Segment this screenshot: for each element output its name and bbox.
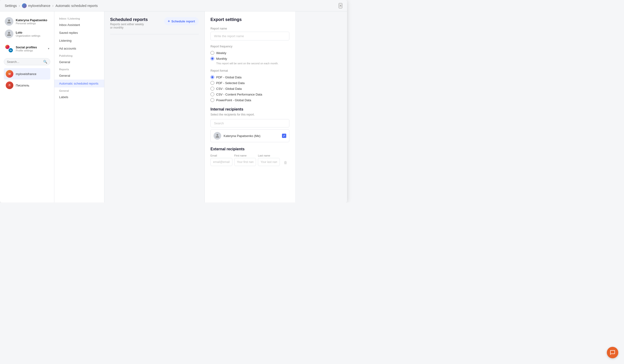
close-button[interactable]: × bbox=[339, 3, 342, 8]
user-item-lolo[interactable]: Lolo Organization settings bbox=[4, 28, 50, 40]
external-fields-row: Email First name Last name 🗑 bbox=[210, 154, 289, 167]
left-sidebar: Kateryna Papatsenko Personal settings Lo… bbox=[0, 11, 54, 202]
external-firstname-label: First name bbox=[234, 154, 256, 157]
external-recipients-title: External recipients bbox=[210, 147, 289, 151]
social-profiles-label: Social profiles bbox=[16, 46, 37, 49]
user-item-kateryna[interactable]: Kateryna Papatsenko Personal settings bbox=[4, 15, 50, 28]
social-profiles-info: in Social profiles Profile settings bbox=[5, 44, 37, 53]
report-name-input[interactable] bbox=[210, 32, 289, 41]
user-name-kateryna: Kateryna Papatsenko bbox=[16, 18, 49, 22]
plus-icon: + bbox=[168, 19, 170, 23]
radio-ppt-global[interactable]: PowerPoint - Global Data bbox=[210, 97, 289, 103]
settings-label: Settings bbox=[5, 4, 17, 8]
radio-ppt-global-input[interactable] bbox=[210, 98, 214, 102]
delete-external-button[interactable]: 🗑 bbox=[282, 158, 289, 167]
reports-title: Scheduled reports bbox=[110, 17, 148, 22]
external-lastname-group: Last name bbox=[258, 154, 280, 166]
nav-item-saved-replies[interactable]: Saved replies bbox=[54, 29, 104, 37]
radio-csv-content-label: CSV - Content Performance Data bbox=[216, 93, 262, 96]
page-title: Automatic scheduled reports bbox=[55, 4, 98, 8]
radio-monthly-label: Monthly bbox=[216, 57, 227, 61]
reports-panel: Scheduled reports Reports sent either we… bbox=[104, 11, 205, 202]
breadcrumb-profile: myloveisfrance bbox=[22, 3, 50, 8]
schedule-report-button[interactable]: + Schedule report bbox=[164, 17, 199, 25]
internal-recipients-subtitle: Select the recipients for this report. bbox=[210, 113, 289, 116]
recipients-search-input[interactable] bbox=[210, 119, 289, 127]
profile-icon bbox=[22, 3, 27, 8]
radio-monthly-input[interactable] bbox=[210, 57, 214, 61]
nav-section-general: General bbox=[54, 87, 104, 93]
avatar-lolo bbox=[5, 29, 13, 38]
profile-item-myloveisfrance[interactable]: M myloveisfrance bbox=[4, 68, 50, 80]
nav-item-auto-scheduled-reports[interactable]: Automatic scheduled reports bbox=[54, 80, 104, 87]
external-email-group: Email bbox=[210, 154, 233, 166]
radio-monthly[interactable]: Monthly bbox=[210, 56, 289, 61]
external-firstname-input[interactable] bbox=[234, 158, 256, 166]
search-icon: 🔍 bbox=[43, 60, 47, 64]
title-bar: Settings › myloveisfrance › Automatic sc… bbox=[0, 0, 347, 11]
external-firstname-group: First name bbox=[234, 154, 256, 166]
social-profiles-sub: Profile settings bbox=[16, 49, 37, 52]
monthly-note: This report will be sent on the second o… bbox=[216, 62, 289, 65]
internal-recipients-title: Internal recipients bbox=[210, 107, 289, 112]
profile-avatar-writer: П bbox=[6, 81, 13, 89]
recipient-checkbox-kateryna[interactable] bbox=[282, 134, 286, 138]
nav-item-labels[interactable]: Labels bbox=[54, 93, 104, 101]
radio-csv-content[interactable]: CSV - Content Performance Data bbox=[210, 92, 289, 97]
export-title: Export settings bbox=[210, 17, 289, 22]
user-info-lolo: Lolo Organization settings bbox=[16, 31, 49, 37]
schedule-btn-label: Schedule report bbox=[171, 20, 195, 23]
recipient-avatar-kateryna bbox=[213, 132, 221, 140]
external-email-input[interactable] bbox=[210, 158, 233, 166]
social-profiles-text: Social profiles Profile settings bbox=[16, 46, 37, 52]
main-layout: Kateryna Papatsenko Personal settings Lo… bbox=[0, 11, 347, 202]
report-format-group: Report format PDF - Global Data PDF - Se… bbox=[210, 69, 289, 103]
recipient-item-kateryna: Kateryna Papatsenko (Me) bbox=[210, 129, 289, 142]
user-role-lolo: Organization settings bbox=[16, 34, 49, 37]
radio-csv-global-input[interactable] bbox=[210, 87, 214, 91]
recipient-name-kateryna: Kateryna Papatsenko (Me) bbox=[224, 134, 280, 138]
nav-section-reports: Reports bbox=[54, 66, 104, 72]
nav-item-listening[interactable]: Listening bbox=[54, 37, 104, 45]
user-name-lolo: Lolo bbox=[16, 31, 49, 34]
profile-name-label: myloveisfrance bbox=[28, 4, 50, 8]
sidebar-search-input[interactable] bbox=[7, 60, 41, 64]
search-bar: 🔍 bbox=[4, 58, 50, 65]
external-recipients-section: External recipients Email First name Las… bbox=[210, 147, 289, 167]
report-name-group: Report name bbox=[210, 27, 289, 41]
report-name-label: Report name bbox=[210, 27, 289, 30]
social-profiles-header[interactable]: in Social profiles Profile settings ▾ bbox=[4, 43, 50, 54]
radio-weekly-label: Weekly bbox=[216, 51, 226, 55]
main-content: Scheduled reports Reports sent either we… bbox=[104, 11, 347, 202]
radio-pdf-selected[interactable]: PDF - Selected Data bbox=[210, 80, 289, 86]
profile-item-pisatel[interactable]: П Писатель bbox=[4, 80, 50, 91]
avatar-kateryna bbox=[5, 17, 13, 26]
radio-pdf-selected-input[interactable] bbox=[210, 81, 214, 85]
radio-pdf-global[interactable]: PDF - Global Data bbox=[210, 74, 289, 80]
user-info-kateryna: Kateryna Papatsenko Personal settings bbox=[16, 18, 49, 25]
radio-weekly-input[interactable] bbox=[210, 51, 214, 55]
report-frequency-label: Report frequency bbox=[210, 45, 289, 48]
profile-name-myloveisfrance: myloveisfrance bbox=[16, 72, 36, 76]
radio-pdf-global-input[interactable] bbox=[210, 75, 214, 79]
profile-avatar-instagram: M bbox=[6, 70, 13, 78]
radio-weekly[interactable]: Weekly bbox=[210, 50, 289, 56]
breadcrumb-page: Automatic scheduled reports bbox=[55, 4, 98, 8]
social-profiles-section: in Social profiles Profile settings ▾ bbox=[0, 42, 54, 56]
profile-name-pisatel: Писатель bbox=[16, 84, 29, 87]
radio-csv-global-label: CSV - Global Data bbox=[216, 87, 242, 91]
reports-header-text: Scheduled reports Reports sent either we… bbox=[110, 17, 148, 29]
report-frequency-group: Report frequency Weekly Monthly This rep… bbox=[210, 45, 289, 65]
radio-csv-global[interactable]: CSV - Global Data bbox=[210, 86, 289, 92]
nav-item-inbox-assistant[interactable]: Inbox Assistant bbox=[54, 21, 104, 29]
external-email-label: Email bbox=[210, 154, 233, 157]
search-bar-container: 🔍 bbox=[0, 56, 54, 67]
external-lastname-input[interactable] bbox=[258, 158, 280, 166]
breadcrumb-separator-1: › bbox=[19, 3, 20, 8]
nav-item-reports-general[interactable]: General bbox=[54, 72, 104, 80]
chevron-down-icon: ▾ bbox=[48, 47, 49, 50]
middle-sidebar: Inbox / Listening Inbox Assistant Saved … bbox=[54, 11, 104, 202]
radio-csv-content-input[interactable] bbox=[210, 93, 214, 96]
nav-item-publishing-general[interactable]: General bbox=[54, 58, 104, 66]
nav-item-ad-accounts[interactable]: Ad accounts bbox=[54, 45, 104, 52]
